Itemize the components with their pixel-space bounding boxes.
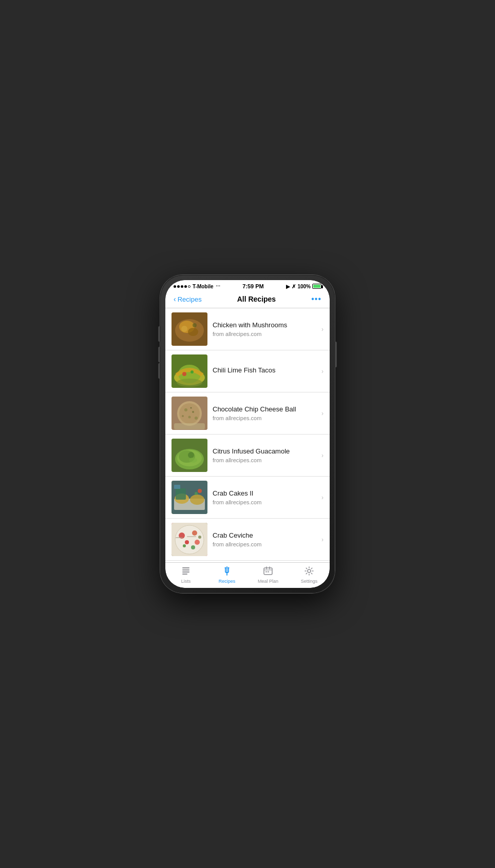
svg-rect-33	[174, 485, 180, 489]
recipe-thumbnail	[172, 481, 207, 514]
tab-meal-plan[interactable]: Meal Plan	[247, 566, 289, 584]
recipe-name: Chocolate Chip Cheese Ball	[213, 405, 318, 414]
svg-point-41	[195, 540, 200, 545]
svg-point-57	[225, 567, 226, 569]
status-time: 7:59 PM	[242, 283, 264, 289]
svg-point-40	[185, 540, 189, 544]
signal-strength	[174, 285, 191, 288]
status-left: T-Mobile ⋅⋅⋅	[174, 284, 220, 289]
chevron-right-icon: ›	[321, 410, 323, 417]
recipe-source: from allrecipes.com	[213, 457, 318, 463]
svg-point-31	[190, 495, 204, 505]
tab-lists[interactable]: Lists	[165, 566, 206, 584]
battery-icon	[312, 284, 321, 289]
svg-point-27	[189, 458, 197, 463]
svg-rect-56	[182, 574, 187, 575]
svg-point-3	[188, 328, 198, 336]
list-item[interactable]: Citrus Infused Guacamole from allrecipes…	[165, 435, 330, 477]
svg-point-65	[308, 569, 311, 573]
svg-point-58	[228, 567, 230, 569]
svg-point-14	[179, 403, 200, 424]
signal-dot-4	[184, 285, 187, 288]
svg-point-44	[198, 536, 201, 539]
back-arrow-icon: ‹	[174, 295, 176, 303]
tab-settings[interactable]: Settings	[289, 566, 330, 584]
svg-rect-53	[182, 567, 189, 568]
list-item[interactable]: Chocolate Chip Cheese Ball from allrecip…	[165, 392, 330, 435]
recipe-thumbnail	[172, 312, 207, 346]
status-right: ▶ ✗ 100%	[286, 284, 321, 289]
recipe-source: from allrecipes.com	[213, 541, 318, 547]
svg-point-15	[184, 408, 187, 411]
svg-point-35	[195, 492, 198, 495]
svg-rect-45	[176, 537, 183, 538]
chevron-right-icon: ›	[321, 536, 323, 543]
recipe-name: Chili Lime Fish Tacos	[213, 366, 318, 375]
list-item[interactable]: Crab Cakes II from allrecipes.com ›	[165, 477, 330, 519]
svg-point-42	[183, 544, 186, 547]
recipe-name: Crab Ceviche	[213, 531, 318, 540]
svg-point-9	[182, 372, 186, 376]
phone-device: T-Mobile ⋅⋅⋅ 7:59 PM ▶ ✗ 100% ‹ Recipes	[160, 275, 335, 593]
list-item[interactable]: Chili Lime Fish Tacos ›	[165, 350, 330, 392]
bluetooth-icon: ✗	[292, 284, 296, 289]
svg-rect-54	[182, 569, 189, 570]
svg-point-4	[181, 326, 187, 332]
recipe-list: Chicken with Mushrooms from allrecipes.c…	[165, 308, 330, 562]
svg-point-20	[191, 407, 192, 409]
signal-dot-1	[174, 285, 176, 288]
svg-rect-63	[265, 571, 267, 573]
page-title: All Recipes	[237, 295, 276, 303]
back-label: Recipes	[178, 295, 202, 303]
wifi-icon: ⋅⋅⋅	[216, 284, 220, 289]
svg-point-39	[192, 530, 197, 536]
chevron-right-icon: ›	[321, 494, 323, 501]
tab-meal-plan-label: Meal Plan	[258, 579, 278, 584]
recipe-info: Chicken with Mushrooms from allrecipes.c…	[213, 321, 318, 337]
list-item[interactable]: Crab Ceviche from allrecipes.com ›	[165, 519, 330, 561]
svg-point-17	[188, 416, 191, 419]
battery-fill	[313, 285, 320, 288]
recipe-name: Crab Cakes II	[213, 489, 318, 498]
phone-screen-container: T-Mobile ⋅⋅⋅ 7:59 PM ▶ ✗ 100% ‹ Recipes	[165, 280, 330, 588]
tab-recipes[interactable]: Recipes	[206, 566, 247, 584]
recipe-name: Chicken with Mushrooms	[213, 321, 318, 330]
settings-icon	[304, 566, 314, 578]
recipe-source: from allrecipes.com	[213, 331, 318, 337]
recipe-thumbnail	[172, 439, 207, 472]
svg-rect-46	[187, 536, 196, 537]
location-icon: ▶	[286, 284, 290, 289]
tab-settings-label: Settings	[301, 579, 318, 584]
list-item[interactable]: Crab Rangoon I from allrecipes.com ›	[165, 561, 330, 562]
lists-icon	[181, 566, 191, 578]
svg-point-34	[198, 489, 202, 493]
recipe-source: from allrecipes.com	[213, 415, 318, 421]
svg-point-37	[175, 525, 204, 554]
signal-dot-5	[188, 285, 191, 288]
recipe-info: Citrus Infused Guacamole from allrecipes…	[213, 447, 318, 463]
battery-percent: 100%	[297, 284, 311, 289]
svg-rect-64	[268, 571, 269, 573]
recipe-thumbnail	[172, 354, 207, 388]
more-button[interactable]: •••	[311, 294, 321, 304]
recipes-icon	[222, 566, 232, 578]
svg-rect-32	[176, 488, 186, 500]
navigation-bar: ‹ Recipes All Recipes •••	[165, 290, 330, 308]
recipe-info: Crab Cakes II from allrecipes.com	[213, 489, 318, 505]
recipe-thumbnail	[172, 397, 207, 430]
carrier-label: T-Mobile	[193, 284, 214, 289]
chevron-right-icon: ›	[321, 326, 323, 333]
chevron-right-icon: ›	[321, 368, 323, 375]
svg-rect-55	[182, 571, 189, 573]
svg-point-19	[195, 417, 198, 420]
recipe-name: Citrus Infused Guacamole	[213, 447, 318, 456]
svg-rect-21	[174, 423, 205, 429]
recipe-info: Crab Ceviche from allrecipes.com	[213, 531, 318, 547]
meal-plan-icon	[263, 566, 273, 578]
signal-dot-3	[181, 285, 183, 288]
recipe-info: Chocolate Chip Cheese Ball from allrecip…	[213, 405, 318, 421]
back-button[interactable]: ‹ Recipes	[174, 295, 202, 303]
tab-lists-label: Lists	[181, 579, 191, 584]
tab-recipes-label: Recipes	[219, 579, 236, 584]
list-item[interactable]: Chicken with Mushrooms from allrecipes.c…	[165, 308, 330, 350]
